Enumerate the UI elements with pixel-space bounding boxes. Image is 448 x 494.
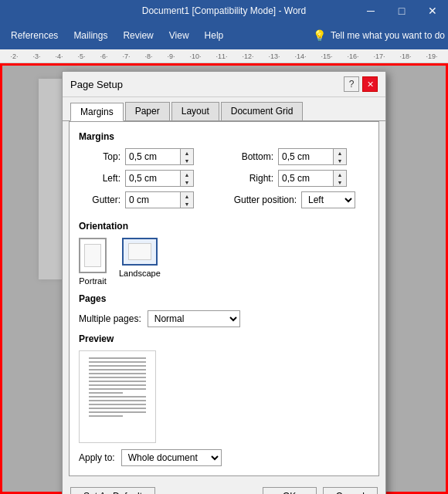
landscape-icon <box>122 238 158 266</box>
bottom-input-group: ▲ ▼ <box>278 148 347 165</box>
preview-line-2 <box>89 361 146 363</box>
preview-box <box>79 350 156 443</box>
menu-mailings[interactable]: Mailings <box>66 25 115 46</box>
preview-line-16 <box>89 415 123 417</box>
preview-line-13 <box>89 404 146 405</box>
minimize-button[interactable]: ─ <box>355 0 386 22</box>
menu-view[interactable]: View <box>161 25 197 46</box>
right-spin-up[interactable]: ▲ <box>334 171 346 178</box>
top-spin-up[interactable]: ▲ <box>181 149 193 157</box>
portrait-icon <box>79 238 107 273</box>
gutter-input-group: ▲ ▼ <box>125 191 194 208</box>
gutter-row: Gutter: ▲ ▼ <box>79 191 216 208</box>
gutter-pos-label: Gutter position: <box>232 195 301 205</box>
gutter-label: Gutter: <box>79 195 125 205</box>
gutter-spin: ▲ ▼ <box>180 192 193 208</box>
dialog-title: Page Setup <box>70 79 123 90</box>
right-col: Right: ▲ ▼ <box>232 170 369 191</box>
left-spin-down[interactable]: ▼ <box>181 178 193 186</box>
preview-line-10 <box>89 392 123 394</box>
tab-document-grid[interactable]: Document Grid <box>221 102 304 120</box>
ruler: ·2··3· ·4··5· ·6··7· ·8··9· ·10··11· ·12… <box>0 49 448 63</box>
left-label: Left: <box>79 173 125 184</box>
landscape-inner <box>128 243 151 260</box>
search-text[interactable]: Tell me what you want to do <box>331 30 445 41</box>
top-input[interactable] <box>126 150 180 164</box>
preview-line-9 <box>89 388 146 390</box>
portrait-option[interactable]: Portrait <box>79 238 107 286</box>
bottom-col: Bottom: ▲ ▼ <box>232 148 369 170</box>
top-row: Top: ▲ ▼ <box>79 148 216 165</box>
margins-section-label: Margins <box>79 131 369 142</box>
set-default-button[interactable]: Set As Default <box>70 487 155 494</box>
menu-references[interactable]: References <box>3 25 66 46</box>
preview-line-11 <box>89 396 146 398</box>
right-input[interactable] <box>279 171 333 185</box>
page-setup-dialog: Page Setup ? ✕ Margins Paper Layout Docu… <box>62 71 386 494</box>
gutter-pos-row: Gutter position: Left Top Right <box>232 191 369 208</box>
left-spin: ▲ ▼ <box>180 171 193 186</box>
right-input-group: ▲ ▼ <box>278 170 347 187</box>
gutter-pos-col: Gutter position: Left Top Right <box>232 191 369 213</box>
dialog-title-bar: Page Setup ? ✕ <box>63 72 385 97</box>
left-input[interactable] <box>126 171 180 185</box>
apply-select[interactable]: Whole document This point forward <box>121 449 222 466</box>
gutter-spin-down[interactable]: ▼ <box>181 200 193 208</box>
apply-row: Apply to: Whole document This point forw… <box>79 449 369 466</box>
right-spin-down[interactable]: ▼ <box>334 178 346 186</box>
preview-line-12 <box>89 400 146 401</box>
tab-layout[interactable]: Layout <box>171 102 219 120</box>
pages-row: Multiple pages: Normal Mirror margins 2 … <box>79 310 369 327</box>
left-row: Left: ▲ ▼ <box>79 170 216 187</box>
left-input-group: ▲ ▼ <box>125 170 194 187</box>
left-col: Left: ▲ ▼ <box>79 170 216 191</box>
orientation-options: Portrait Landscape <box>79 238 369 286</box>
maximize-button[interactable]: □ <box>386 0 417 22</box>
top-spin-down[interactable]: ▼ <box>181 157 193 164</box>
preview-line-14 <box>89 408 146 409</box>
bottom-spin-down[interactable]: ▼ <box>334 157 346 164</box>
margins-row-1: Top: ▲ ▼ Bottom: <box>79 148 369 170</box>
menu-review[interactable]: Review <box>115 25 161 46</box>
menu-help[interactable]: Help <box>197 25 232 46</box>
preview-line-4 <box>89 369 146 370</box>
title-bar: Document1 [Compatibility Mode] - Word ─ … <box>0 0 448 22</box>
preview-label: Preview <box>79 333 369 344</box>
pages-label: Pages <box>79 293 369 304</box>
close-button[interactable]: ✕ <box>417 0 448 22</box>
orientation-section: Orientation Portrait Landscape <box>79 221 369 286</box>
bottom-spin-up[interactable]: ▲ <box>334 149 346 157</box>
cancel-button[interactable]: Cancel <box>323 487 378 494</box>
preview-line-7 <box>89 381 146 382</box>
right-spin: ▲ ▼ <box>333 171 346 186</box>
window-controls: ─ □ ✕ <box>355 0 448 22</box>
window-title: Document1 [Compatibility Mode] - Word <box>142 5 307 16</box>
gutter-spin-up[interactable]: ▲ <box>181 192 193 200</box>
dialog-close-button[interactable]: ✕ <box>362 76 378 92</box>
gutter-col: Gutter: ▲ ▼ <box>79 191 216 213</box>
left-spin-up[interactable]: ▲ <box>181 171 193 178</box>
gutter-input[interactable] <box>126 193 180 207</box>
top-spin: ▲ ▼ <box>180 149 193 164</box>
portrait-label: Portrait <box>79 276 106 286</box>
preview-line-5 <box>89 373 146 374</box>
tab-margins[interactable]: Margins <box>70 103 124 121</box>
document-area: Page Setup ? ✕ Margins Paper Layout Docu… <box>0 63 448 494</box>
pages-section: Pages Multiple pages: Normal Mirror marg… <box>79 293 369 327</box>
margins-row-3: Gutter: ▲ ▼ Gutter position: <box>79 191 369 213</box>
lightbulb-icon: 💡 <box>313 29 326 42</box>
preview-line-15 <box>89 411 146 413</box>
tab-paper[interactable]: Paper <box>125 102 170 120</box>
dialog-tabs: Margins Paper Layout Document Grid <box>63 97 385 121</box>
gutter-pos-select[interactable]: Left Top Right <box>301 191 355 208</box>
top-label: Top: <box>79 151 125 162</box>
right-label: Right: <box>232 173 278 184</box>
preview-line-8 <box>89 384 146 386</box>
ruler-marks: ·2··3· ·4··5· ·6··7· ·8··9· ·10··11· ·12… <box>3 52 445 60</box>
margins-row-2: Left: ▲ ▼ Right: <box>79 170 369 191</box>
ok-button[interactable]: OK <box>263 487 317 494</box>
dialog-help-button[interactable]: ? <box>344 76 359 92</box>
bottom-input[interactable] <box>279 150 333 164</box>
multiple-pages-select[interactable]: Normal Mirror margins 2 pages per sheet … <box>148 310 240 327</box>
landscape-option[interactable]: Landscape <box>119 238 161 286</box>
